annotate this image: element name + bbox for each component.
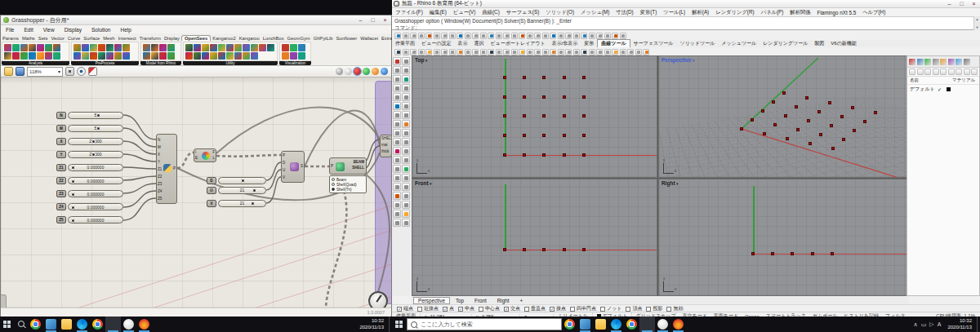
number-slider-V[interactable]: V21 [207, 200, 266, 207]
red-point[interactable] [808, 142, 812, 145]
input-port-E[interactable]: E [195, 157, 198, 162]
rhino-menu-item[interactable]: ソリッド(O) [542, 9, 577, 16]
toolbar-icon[interactable] [550, 49, 556, 55]
toolbar-icon[interactable] [558, 33, 564, 39]
toolbar-icon[interactable] [581, 49, 587, 55]
viewport-tab-perspective[interactable]: Perspective [413, 297, 450, 304]
red-point[interactable] [840, 115, 844, 118]
component-icon[interactable] [226, 52, 234, 60]
toolbar-icon[interactable] [434, 33, 440, 39]
rhino-tab-選択[interactable]: 選択 [470, 40, 487, 47]
sidebar-tool-icon[interactable] [393, 102, 401, 110]
toolbar-icon[interactable] [496, 33, 502, 39]
sidebar-tool-icon[interactable] [393, 138, 401, 146]
viewport-label[interactable]: Top ▾ [415, 57, 427, 63]
rhino-menu-item[interactable]: 解析関係 [786, 9, 813, 16]
slider-track[interactable]: 0.000000 [68, 177, 123, 184]
red-point[interactable] [740, 127, 743, 131]
component-icon[interactable] [37, 44, 44, 51]
component-icon[interactable] [4, 52, 11, 60]
rhino-tab-曲線ツール[interactable]: 曲線ツール [597, 39, 630, 47]
sidebar-tool-icon[interactable] [402, 183, 410, 191]
red-point[interactable] [771, 252, 774, 255]
checkbox-icon[interactable]: ✓ [458, 307, 463, 312]
toolbar-icon[interactable] [573, 33, 580, 39]
component-icon[interactable] [185, 44, 193, 51]
red-point[interactable] [795, 105, 798, 108]
toolbar-icon[interactable] [558, 49, 564, 55]
red-point[interactable] [503, 114, 506, 117]
red-point[interactable] [842, 138, 845, 141]
red-point[interactable] [772, 100, 775, 104]
component-icon[interactable] [82, 44, 89, 51]
red-point[interactable] [863, 120, 866, 123]
red-point[interactable] [853, 129, 856, 132]
slider-track[interactable]: 21 [218, 200, 266, 207]
component-icon[interactable] [114, 44, 122, 51]
red-point[interactable] [828, 101, 831, 104]
component-icon[interactable] [194, 52, 201, 60]
number-slider-Y[interactable]: Y20.000 [56, 151, 123, 158]
component-icon[interactable] [290, 52, 297, 60]
number-slider-Z4[interactable]: Z40.000000 [56, 203, 123, 210]
radio-icon[interactable] [332, 183, 335, 186]
tray-ime-icon[interactable]: A [938, 321, 942, 327]
rhino-menu-item[interactable]: メッシュ(M) [577, 9, 612, 16]
slider-knob[interactable] [251, 201, 255, 206]
slider-track[interactable]: 21 [218, 187, 266, 194]
red-point[interactable] [523, 153, 526, 157]
window-close-button[interactable]: × [379, 15, 391, 24]
preview-mode-5-icon[interactable] [381, 68, 388, 75]
component-icon[interactable] [290, 44, 297, 51]
sidebar-tool-icon[interactable] [393, 183, 401, 191]
taskbar-app-photos[interactable] [43, 317, 59, 332]
component-icon[interactable] [98, 44, 105, 51]
grasshopper-canvas[interactable]: N5M5X20.000Y20.000Z10.000000Z20.000000Z3… [1, 77, 391, 308]
window-minimize-button[interactable]: – [354, 15, 367, 24]
viewport-top[interactable]: Top ▾yx [412, 55, 657, 178]
red-point[interactable] [796, 128, 800, 131]
toolbar-icon[interactable] [604, 33, 611, 39]
slider-track[interactable]: 5 [68, 112, 123, 119]
component-icon[interactable] [90, 44, 97, 51]
beamshell-input-port[interactable]: P [331, 165, 333, 169]
sidebar-tool-icon[interactable] [393, 165, 401, 173]
component-icon[interactable] [143, 44, 150, 51]
rhino-tab-製図[interactable]: 製図 [811, 40, 827, 47]
taskbar-clock[interactable]: 10:322020/11/13 [944, 318, 975, 330]
component-icon[interactable] [234, 44, 242, 51]
sidebar-tool-icon[interactable] [393, 129, 401, 137]
toolbar-icon[interactable] [519, 33, 525, 39]
component-icon[interactable] [226, 44, 234, 51]
toolbar-icon[interactable] [418, 33, 425, 39]
slider-knob[interactable] [71, 206, 75, 210]
red-point[interactable] [811, 252, 814, 255]
toolbar-icon[interactable] [441, 49, 448, 55]
toolbar-icon[interactable] [511, 49, 518, 55]
toolbar-icon[interactable] [410, 49, 416, 55]
red-point[interactable] [784, 114, 787, 117]
taskbar-clock[interactable]: 10:322020/11/13 [356, 318, 387, 330]
component-icon[interactable] [143, 52, 150, 60]
open-file-icon[interactable] [4, 67, 13, 76]
toolbar-icon[interactable] [542, 33, 549, 39]
red-point[interactable] [503, 134, 506, 137]
red-point[interactable] [503, 95, 506, 99]
toolbar-icon[interactable] [643, 49, 649, 55]
slider-track[interactable]: 20.000 [68, 138, 123, 145]
rhino-tab-ソリッドツール[interactable]: ソリッドツール [676, 40, 718, 47]
toolbar-icon[interactable] [612, 49, 618, 55]
panel-tab-icon[interactable] [909, 59, 915, 65]
assemble-component[interactable]: IEFL [194, 148, 216, 162]
mesh-output-port[interactable]: S [301, 165, 303, 169]
menu-display[interactable]: Display [60, 27, 87, 33]
search-icon[interactable] [14, 317, 28, 332]
layer-row[interactable]: デフォルト✓ [907, 85, 979, 93]
python-points-component[interactable]: NMXYZ1Z2Z3Z4Z5P [156, 134, 177, 204]
taskbar-app-flame[interactable] [136, 317, 152, 332]
toolbar-icon[interactable] [441, 33, 448, 39]
number-slider-X[interactable]: X20.000 [56, 138, 123, 145]
number-slider-U[interactable]: U21 [207, 187, 266, 194]
red-point[interactable] [523, 76, 526, 79]
toolbar-icon[interactable] [403, 49, 409, 55]
